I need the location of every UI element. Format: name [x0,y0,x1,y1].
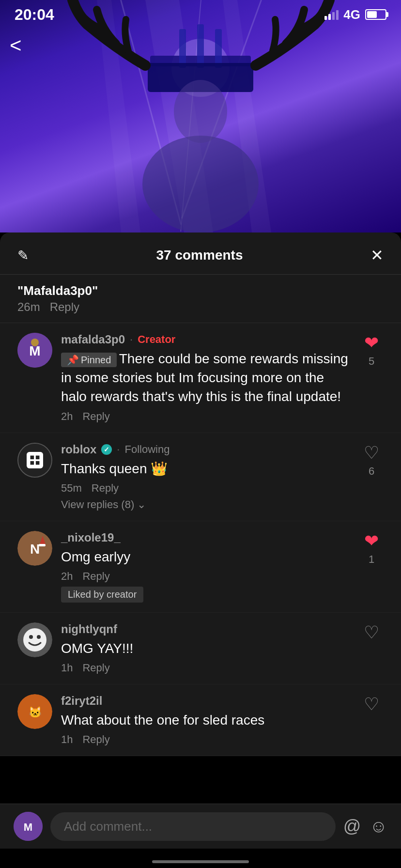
comment-meta: 1h Reply [61,733,351,746]
comment-item: roblox ✓ · Following Thanks queen 👑 55m … [0,433,401,521]
comment-time: 2h [61,570,73,583]
comment-time: 55m [61,482,82,495]
comment-body: mafalda3p0 · Creator 📌 Pinned There coul… [61,333,351,423]
username-row: f2iryt2il [61,694,351,708]
username-row: mafalda3p0 · Creator [61,333,351,346]
svg-rect-5 [179,29,186,68]
verified-badge: ✓ [101,444,112,455]
like-section: ❤ 1 [359,531,384,603]
following-label: Following [124,443,170,456]
svg-text:🐱: 🐱 [29,706,42,719]
svg-point-25 [23,628,46,651]
avatar [17,443,52,478]
comment-body: f2iryt2il What about the one for sled ra… [61,694,351,746]
svg-rect-6 [197,24,204,68]
network-label: 4G [343,7,360,22]
pinned-note-reply[interactable]: Reply [50,300,79,314]
comment-username: f2iryt2il [61,694,102,708]
like-count: 5 [369,355,374,368]
view-replies-button[interactable]: View replies (8) ⌄ [61,498,351,511]
svg-rect-19 [36,461,40,465]
emoji-icon[interactable]: ☺ [370,816,387,837]
reply-button[interactable]: Reply [92,482,119,495]
back-button[interactable]: < [10,34,22,57]
reply-button[interactable]: Reply [82,570,109,583]
svg-rect-15 [27,452,43,468]
status-bar: 20:04 4G [0,0,401,29]
chevron-down-icon: ⌄ [137,498,146,511]
svg-point-9 [142,136,259,232]
current-user-avatar: M [14,812,43,841]
comment-text: What about the one for sled races [61,711,351,729]
status-icons: 4G [324,7,386,22]
comment-username: _nixole19_ [61,531,121,544]
comment-meta: 2h Reply [61,410,351,423]
liked-by-creator-badge: Liked by creator [61,587,143,603]
like-section: ♡ [359,694,384,746]
comment-meta: 55m Reply [61,482,351,495]
comments-panel: ✎ 37 comments ✕ "Mafalda3p0" 26m Reply M… [0,232,401,756]
svg-point-27 [37,635,41,639]
avatar: M [17,333,52,368]
pinned-note-username: "Mafalda3p0" [17,283,384,298]
comment-meta: 1h Reply [61,662,351,674]
svg-text:M: M [24,821,32,833]
svg-rect-16 [31,455,34,459]
like-count: 6 [369,465,374,478]
close-button[interactable]: ✕ [370,246,384,264]
comment-placeholder: Add comment... [64,819,152,834]
at-mention-icon[interactable]: @ [343,816,361,837]
comment-meta: 2h Reply [61,570,351,583]
comment-text: Thanks queen 👑 [61,459,351,478]
like-section: ❤ 5 [359,333,384,423]
like-icon[interactable]: ♡ [364,694,379,714]
like-icon[interactable]: ❤ [364,531,379,551]
comment-time: 2h [61,410,73,423]
svg-point-13 [31,339,39,346]
comment-text: OMG YAY!!! [61,639,351,658]
comments-header: ✎ 37 comments ✕ [0,232,401,275]
comment-username: mafalda3p0 [61,333,125,346]
reply-button[interactable]: Reply [82,410,109,423]
video-area: < [0,0,401,232]
antlers-image [0,0,401,232]
avatar [17,622,52,657]
username-row: _nixole19_ [61,531,351,544]
comment-action-icons: @ ☺ [343,816,387,837]
username-row: roblox ✓ · Following [61,443,351,456]
comment-item: M mafalda3p0 · Creator 📌 Pinned There co… [0,323,401,433]
like-icon[interactable]: ❤ [364,333,379,353]
svg-point-26 [29,635,33,639]
svg-rect-18 [31,461,34,465]
comment-item: N _nixole19_ Omg earlyy 2h Reply Liked b… [0,521,401,613]
svg-rect-23 [39,544,46,546]
svg-point-10 [174,80,227,143]
pinned-note-time: 26m [17,300,40,314]
reply-button[interactable]: Reply [82,662,109,674]
comment-item: 🐱 f2iryt2il What about the one for sled … [0,684,401,756]
like-section: ♡ 6 [359,443,384,511]
like-count: 1 [369,553,374,566]
edit-icon[interactable]: ✎ [17,248,29,264]
reply-button[interactable]: Reply [82,733,109,746]
add-comment-bar: M Add comment... @ ☺ [0,804,401,849]
status-time: 20:04 [15,6,54,24]
like-section: ♡ [359,622,384,674]
avatar: N [17,531,52,566]
signal-bars-icon [324,9,339,20]
comment-input-field[interactable]: Add comment... [50,812,336,841]
pinned-badge: 📌 Pinned [61,353,117,367]
battery-icon [365,9,386,20]
comment-body: roblox ✓ · Following Thanks queen 👑 55m … [61,443,351,511]
avatar: 🐱 [17,694,52,729]
pinned-note: "Mafalda3p0" 26m Reply [0,275,401,323]
like-icon[interactable]: ♡ [364,443,379,463]
comment-body: nightlyqnf OMG YAY!!! 1h Reply [61,622,351,674]
svg-rect-7 [215,29,222,68]
like-icon[interactable]: ♡ [364,622,379,643]
creator-label: Creator [138,333,175,346]
svg-rect-17 [36,455,40,459]
comment-username: nightlyqnf [61,622,117,636]
comment-text: Omg earlyy [61,547,351,566]
comment-time: 1h [61,733,73,746]
